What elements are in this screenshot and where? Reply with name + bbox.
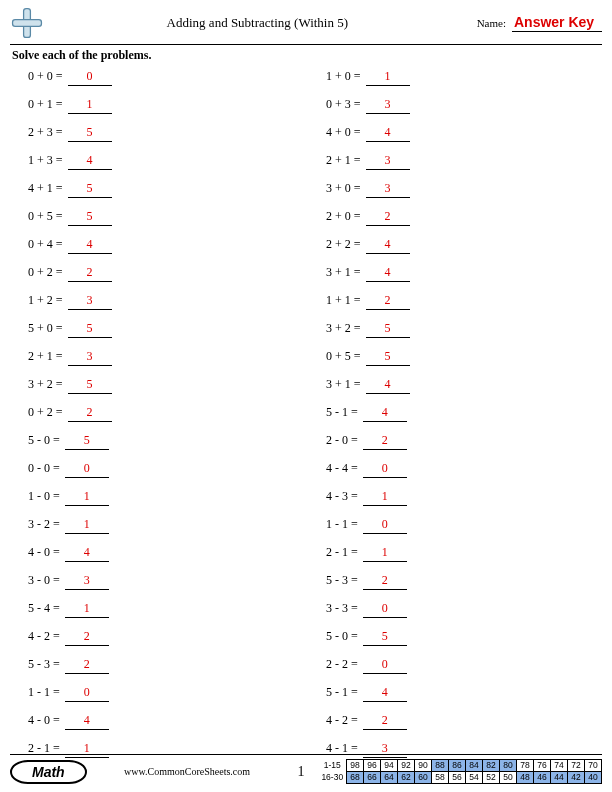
problem-item: 5 - 3 = 2 bbox=[326, 573, 584, 590]
problem-expression: 0 + 2 = bbox=[28, 405, 66, 420]
problem-expression: 3 + 2 = bbox=[326, 321, 364, 336]
problem-item: 1 + 1 = 2 bbox=[326, 293, 584, 310]
problem-expression: 3 + 1 = bbox=[326, 265, 364, 280]
problem-item: 4 + 0 = 4 bbox=[326, 125, 584, 142]
problem-item: 5 - 1 = 4 bbox=[326, 405, 584, 422]
problem-expression: 2 - 1 = bbox=[326, 545, 361, 560]
problem-answer: 3 bbox=[68, 349, 112, 366]
problem-answer: 5 bbox=[366, 321, 410, 338]
problem-answer: 2 bbox=[363, 713, 407, 730]
problem-expression: 5 - 1 = bbox=[326, 685, 361, 700]
problem-answer: 3 bbox=[65, 573, 109, 590]
problem-answer: 4 bbox=[366, 237, 410, 254]
problem-answer: 1 bbox=[65, 601, 109, 618]
problem-item: 4 + 1 = 5 bbox=[28, 181, 286, 198]
problem-item: 0 + 5 = 5 bbox=[28, 209, 286, 226]
footer-rule bbox=[10, 754, 602, 755]
page-number: 1 bbox=[298, 764, 305, 780]
problem-expression: 2 - 2 = bbox=[326, 657, 361, 672]
problem-answer: 0 bbox=[68, 69, 112, 86]
problem-answer: 4 bbox=[65, 713, 109, 730]
problem-expression: 4 - 0 = bbox=[28, 713, 63, 728]
problem-item: 5 - 0 = 5 bbox=[326, 629, 584, 646]
problem-item: 2 + 3 = 5 bbox=[28, 125, 286, 142]
problem-expression: 2 + 0 = bbox=[326, 209, 364, 224]
problem-item: 1 + 0 = 1 bbox=[326, 69, 584, 86]
problem-expression: 1 + 2 = bbox=[28, 293, 66, 308]
problem-item: 2 + 1 = 3 bbox=[28, 349, 286, 366]
problem-answer: 3 bbox=[366, 153, 410, 170]
problem-expression: 4 + 1 = bbox=[28, 181, 66, 196]
problem-item: 4 - 2 = 2 bbox=[28, 629, 286, 646]
problem-expression: 5 - 0 = bbox=[28, 433, 63, 448]
problem-expression: 3 - 3 = bbox=[326, 601, 361, 616]
problem-answer: 0 bbox=[363, 601, 407, 618]
problem-item: 0 + 2 = 2 bbox=[28, 405, 286, 422]
problem-answer: 5 bbox=[68, 125, 112, 142]
problem-item: 4 - 2 = 2 bbox=[326, 713, 584, 730]
problem-item: 0 + 3 = 3 bbox=[326, 97, 584, 114]
problem-expression: 0 + 3 = bbox=[326, 97, 364, 112]
problem-answer: 1 bbox=[363, 489, 407, 506]
problem-answer: 0 bbox=[363, 461, 407, 478]
problem-expression: 1 + 3 = bbox=[28, 153, 66, 168]
problem-expression: 5 - 0 = bbox=[326, 629, 361, 644]
score-table: 1-1598969492908886848280787674727016-306… bbox=[321, 759, 603, 784]
problem-expression: 5 - 3 = bbox=[326, 573, 361, 588]
problem-answer: 4 bbox=[363, 405, 407, 422]
problem-expression: 4 - 2 = bbox=[326, 713, 361, 728]
problem-expression: 1 + 1 = bbox=[326, 293, 364, 308]
problem-item: 2 + 0 = 2 bbox=[326, 209, 584, 226]
problem-answer: 5 bbox=[363, 629, 407, 646]
problem-item: 5 - 0 = 5 bbox=[28, 433, 286, 450]
problem-item: 2 - 2 = 0 bbox=[326, 657, 584, 674]
problem-answer: 0 bbox=[65, 461, 109, 478]
problem-expression: 2 + 1 = bbox=[28, 349, 66, 364]
problem-expression: 0 - 0 = bbox=[28, 461, 63, 476]
problem-expression: 0 + 5 = bbox=[28, 209, 66, 224]
problem-expression: 2 + 2 = bbox=[326, 237, 364, 252]
problem-item: 3 + 1 = 4 bbox=[326, 377, 584, 394]
problem-item: 4 - 3 = 1 bbox=[326, 489, 584, 506]
problem-item: 1 - 1 = 0 bbox=[28, 685, 286, 702]
problem-expression: 1 - 0 = bbox=[28, 489, 63, 504]
subject-oval: Math bbox=[10, 760, 87, 784]
problem-answer: 4 bbox=[65, 545, 109, 562]
problem-expression: 0 + 5 = bbox=[326, 349, 364, 364]
problem-expression: 5 - 3 = bbox=[28, 657, 63, 672]
name-area: Name: Answer Key bbox=[477, 14, 602, 32]
problem-answer: 5 bbox=[68, 181, 112, 198]
problem-item: 4 - 0 = 4 bbox=[28, 545, 286, 562]
problem-answer: 4 bbox=[366, 377, 410, 394]
problem-answer: 5 bbox=[68, 321, 112, 338]
problems-grid: 0 + 0 = 01 + 0 = 10 + 1 = 10 + 3 = 32 + … bbox=[0, 69, 612, 758]
problem-expression: 4 - 0 = bbox=[28, 545, 63, 560]
problem-answer: 2 bbox=[366, 209, 410, 226]
problem-item: 2 - 1 = 1 bbox=[326, 545, 584, 562]
problem-expression: 1 - 1 = bbox=[326, 517, 361, 532]
problem-expression: 3 + 1 = bbox=[326, 377, 364, 392]
problem-expression: 0 + 0 = bbox=[28, 69, 66, 84]
problem-item: 4 - 0 = 4 bbox=[28, 713, 286, 730]
problem-expression: 4 + 0 = bbox=[326, 125, 364, 140]
problem-answer: 4 bbox=[68, 153, 112, 170]
problem-item: 3 + 1 = 4 bbox=[326, 265, 584, 282]
problem-expression: 2 + 1 = bbox=[326, 153, 364, 168]
problem-expression: 3 + 0 = bbox=[326, 181, 364, 196]
instructions: Solve each of the problems. bbox=[0, 45, 612, 69]
problem-answer: 3 bbox=[68, 293, 112, 310]
problem-item: 1 + 2 = 3 bbox=[28, 293, 286, 310]
worksheet-title: Adding and Subtracting (Within 5) bbox=[38, 15, 477, 31]
site-url: www.CommonCoreSheets.com bbox=[87, 766, 288, 777]
name-label: Name: bbox=[477, 17, 506, 29]
problem-item: 5 + 0 = 5 bbox=[28, 321, 286, 338]
header: Adding and Subtracting (Within 5) Name: … bbox=[0, 0, 612, 42]
problem-answer: 4 bbox=[68, 237, 112, 254]
problem-answer: 1 bbox=[65, 517, 109, 534]
problem-answer: 1 bbox=[65, 489, 109, 506]
problem-answer: 1 bbox=[68, 97, 112, 114]
problem-answer: 2 bbox=[68, 405, 112, 422]
name-value: Answer Key bbox=[512, 14, 602, 32]
problem-answer: 4 bbox=[363, 685, 407, 702]
problem-answer: 2 bbox=[65, 629, 109, 646]
